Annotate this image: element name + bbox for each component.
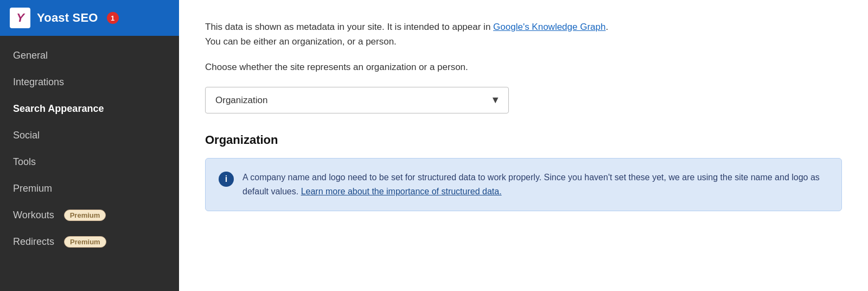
sidebar-item-label: Social — [13, 130, 40, 141]
organization-select[interactable]: Organization Person — [205, 87, 509, 113]
sidebar-item-search-appearance[interactable]: Search Appearance — [0, 96, 179, 122]
sidebar-item-integrations[interactable]: Integrations — [0, 69, 179, 96]
main-content: This data is shown as metadata in your s… — [179, 0, 868, 291]
metadata-description: This data is shown as metadata in your s… — [205, 20, 842, 49]
info-box: i A company name and logo need to be set… — [205, 158, 842, 212]
structured-data-link[interactable]: Learn more about the importance of struc… — [301, 187, 502, 196]
workouts-premium-badge: Premium — [64, 210, 106, 221]
sidebar: Y Yoast SEO 1 General Integrations Searc… — [0, 0, 179, 291]
organization-select-wrapper: Organization Person ▼ — [205, 87, 509, 113]
knowledge-graph-link[interactable]: Google's Knowledge Graph — [493, 22, 605, 32]
info-box-text: A company name and logo need to be set f… — [242, 170, 828, 199]
sidebar-item-label: Search Appearance — [13, 103, 104, 115]
sidebar-header: Y Yoast SEO 1 — [0, 0, 179, 36]
sidebar-item-label: Tools — [13, 156, 36, 168]
sidebar-item-workouts[interactable]: Workouts Premium — [0, 202, 179, 229]
description-text-part1: This data is shown as metadata in your s… — [205, 22, 493, 32]
organization-section-title: Organization — [205, 133, 842, 147]
sidebar-item-general[interactable]: General — [0, 42, 179, 69]
sidebar-item-label: Integrations — [13, 77, 64, 88]
sidebar-item-label: Redirects — [13, 236, 54, 248]
sidebar-item-tools[interactable]: Tools — [0, 149, 179, 175]
sidebar-item-label: Premium — [13, 183, 52, 194]
sidebar-item-premium[interactable]: Premium — [0, 175, 179, 202]
app-title: Yoast SEO — [37, 11, 98, 25]
notification-badge: 1 — [107, 12, 119, 24]
info-icon: i — [219, 172, 234, 187]
sidebar-nav: General Integrations Search Appearance S… — [0, 36, 179, 262]
choose-label: Choose whether the site represents an or… — [205, 60, 842, 74]
description-text-part2: You can be either an organization, or a … — [205, 36, 397, 47]
yoast-logo-icon: Y — [10, 8, 30, 28]
sidebar-item-label: Workouts — [13, 210, 54, 221]
redirects-premium-badge: Premium — [64, 236, 106, 248]
sidebar-item-redirects[interactable]: Redirects Premium — [0, 229, 179, 255]
sidebar-item-label: General — [13, 50, 48, 61]
sidebar-item-social[interactable]: Social — [0, 122, 179, 149]
